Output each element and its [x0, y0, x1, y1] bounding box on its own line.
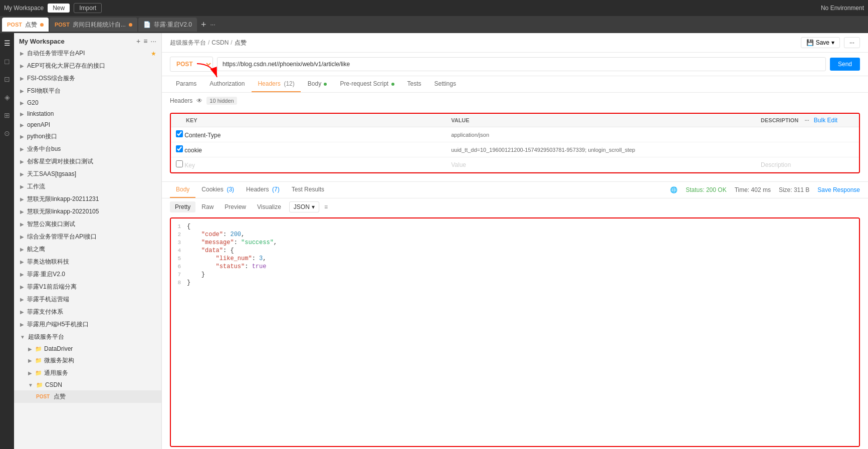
send-button[interactable]: Send — [830, 58, 860, 71]
import-button[interactable]: Import — [74, 3, 102, 13]
sidebar-item-feilu-v2[interactable]: ▶ 菲露·重启V2.0 — [14, 268, 161, 281]
sidebar-item-business[interactable]: ▶ 综合业务管理平台API接口 — [14, 231, 161, 243]
save-response-button[interactable]: Save Response — [817, 186, 860, 193]
more-button[interactable]: ··· — [844, 37, 860, 48]
sidebar-item-feilu-pay[interactable]: ▶ 菲露支付体系 — [14, 306, 161, 318]
line-number: 5 — [171, 255, 187, 262]
sidebar-item-bus[interactable]: ▶ 业务中台bus — [14, 143, 161, 155]
header-row-2-key-cell: cookie — [171, 142, 446, 157]
sidebar-item-auto-task[interactable]: ▶ 自动任务管理平台API ★ — [14, 47, 161, 60]
breadcrumb-part-1: 超级服务平台 — [170, 39, 206, 47]
tab-post-like[interactable]: POST 点赞 — [2, 18, 49, 32]
sidebar-item-hawk[interactable]: ▶ 航之鹰 — [14, 243, 161, 256]
sidebar-item-aep[interactable]: ▶ AEP可视化大屏已存在的接口 — [14, 60, 161, 72]
sidebar-item-python[interactable]: ▶ python接口 — [14, 130, 161, 143]
sidebar-item-datadriver[interactable]: ▶ 📁 DataDriver — [14, 343, 161, 354]
tab-post-energy[interactable]: POST 房间日耗能统计自... — [50, 18, 137, 32]
environment-selector[interactable]: No Environment — [821, 5, 864, 12]
sidebar-item-microservice[interactable]: ▶ 📁 微服务架构 — [14, 354, 161, 367]
json-body: 1 { 2 "code": 200, 3 "message": "success… — [171, 218, 859, 446]
sidebar-item-g20[interactable]: ▶ G20 — [14, 97, 161, 108]
sidebar-item-csdn[interactable]: ▼ 📁 CSDN — [14, 379, 161, 390]
add-collection-button[interactable]: + — [136, 37, 140, 45]
sidebar-item-huilink-1[interactable]: ▶ 慧联无限linkapp-20211231 — [14, 193, 161, 205]
sidebar-item-huilink-2[interactable]: ▶ 慧联无限linkapp-20220105 — [14, 205, 161, 218]
sidebar-item-common[interactable]: ▶ 📁 通用服务 — [14, 367, 161, 379]
resp-tab-body[interactable]: Body — [170, 182, 195, 198]
sidebar-item-linkstation[interactable]: ▶ linkstation — [14, 108, 161, 119]
sidebar-icon-history[interactable]: ⊙ — [1, 127, 13, 139]
sidebar-item-label: 菲奥达物联科技 — [27, 258, 69, 266]
sidebar-item-fsi-oss[interactable]: ▶ FSI-OSS综合服务 — [14, 72, 161, 85]
save-dropdown-icon[interactable]: ▾ — [831, 39, 834, 46]
resp-tab-body-label: Body — [176, 186, 189, 193]
sidebar-menu-button[interactable]: ≡ — [143, 37, 147, 45]
sidebar-item-like[interactable]: POST 点赞 — [14, 390, 161, 403]
tab-get-phoenix[interactable]: 📄 菲露·重启V2.0 — [138, 18, 197, 32]
folder-icon: 📁 — [35, 370, 42, 376]
header-row-2-checkbox[interactable] — [176, 145, 183, 152]
resp-tab-testresults[interactable]: Test Results — [286, 182, 330, 198]
json-content: "message": "success", — [187, 239, 277, 246]
new-button[interactable]: New — [48, 4, 70, 13]
sidebar-icon-servers[interactable]: ⊞ — [1, 109, 13, 121]
sidebar-item-feilu-h5[interactable]: ▶ 菲露用户端H5手机接口 — [14, 318, 161, 331]
chevron-right-icon: ▶ — [28, 370, 32, 376]
sidebar-item-feilu-v1[interactable]: ▶ 菲露V1前后端分离 — [14, 281, 161, 293]
sidebar-icon-monitors[interactable]: ◈ — [1, 91, 13, 103]
tab-prerequest[interactable]: Pre-request Script — [334, 76, 400, 92]
sidebar-icon-collection[interactable]: ☰ — [1, 37, 13, 49]
sidebar-icons: ☰ ◻ ⊡ ◈ ⊞ ⊙ — [0, 33, 14, 449]
json-line-3: 3 "message": "success", — [171, 239, 859, 247]
sidebar-item-label: 业务中台bus — [27, 145, 61, 153]
tab-body[interactable]: Body — [302, 76, 333, 92]
sidebar-item-apartment[interactable]: ▶ 智慧公寓接口测试 — [14, 218, 161, 231]
tab-tests-label: Tests — [407, 80, 421, 87]
header-row-2-desc-cell — [756, 142, 859, 157]
headers-more-button[interactable]: ··· — [804, 117, 809, 123]
fmt-tab-pretty[interactable]: Pretty — [170, 201, 195, 212]
fmt-tab-visualize[interactable]: Visualize — [252, 201, 286, 212]
url-input[interactable] — [217, 57, 826, 71]
folder-icon: 📁 — [35, 357, 42, 364]
wrap-icon[interactable]: ≡ — [324, 203, 328, 210]
prerequest-active-dot — [391, 83, 394, 86]
sidebar-item-feilu-mobile[interactable]: ▶ 菲露手机运营端 — [14, 293, 161, 306]
resp-tab-headers[interactable]: Headers (7) — [240, 182, 286, 198]
bulk-edit-button[interactable]: Bulk Edit — [814, 117, 837, 124]
header-row-1-key: Content-Type — [184, 132, 221, 139]
tab-label-1: 点赞 — [25, 21, 37, 29]
fmt-tab-raw[interactable]: Raw — [196, 201, 219, 212]
new-tab-button[interactable]: + — [198, 20, 209, 30]
sidebar-title: My Workspace — [19, 38, 65, 45]
tab-settings[interactable]: Settings — [428, 76, 462, 92]
json-line-8: 8 } — [171, 279, 859, 287]
sidebar-more-button[interactable]: ··· — [150, 37, 156, 45]
tab-headers[interactable]: Headers (12) — [252, 76, 300, 92]
sidebar-item-tiangong[interactable]: ▶ 天工SAAS[tgsaas] — [14, 168, 161, 180]
col-header-key: KEY — [171, 114, 446, 127]
chevron-right-icon: ▶ — [20, 51, 24, 56]
sidebar-item-workflow[interactable]: ▶ 工作流 — [14, 180, 161, 193]
sidebar-item-chuangke[interactable]: ▶ 创客星空调对接接口测试 — [14, 155, 161, 168]
tab-label-3: 菲露·重启V2.0 — [154, 21, 192, 29]
tab-method-2: POST — [55, 22, 70, 28]
fmt-tab-preview[interactable]: Preview — [220, 201, 251, 212]
save-button[interactable]: 💾 Save ▾ — [801, 37, 840, 48]
sidebar-icon-apis[interactable]: ◻ — [1, 55, 13, 67]
header-row-new-checkbox[interactable] — [176, 160, 183, 167]
resp-tab-cookies[interactable]: Cookies (3) — [195, 182, 240, 198]
col-header-value: VALUE — [446, 114, 756, 127]
fmt-pretty-label: Pretty — [175, 203, 190, 210]
tab-tests[interactable]: Tests — [401, 76, 427, 92]
format-dropdown[interactable]: JSON ▾ — [289, 201, 319, 212]
tabs-more-button[interactable]: ··· — [210, 21, 215, 28]
breadcrumb-sep-1: / — [208, 39, 209, 46]
sidebar-item-feiao[interactable]: ▶ 菲奥达物联科技 — [14, 256, 161, 268]
sidebar-icon-environments[interactable]: ⊡ — [1, 73, 13, 85]
header-row-new-desc-cell: Description — [756, 157, 859, 172]
header-row-1-checkbox[interactable] — [176, 130, 183, 137]
sidebar-item-super[interactable]: ▼ 超级服务平台 — [14, 331, 161, 343]
sidebar-item-openapi[interactable]: ▶ openAPI — [14, 119, 161, 130]
sidebar-item-fsi-iot[interactable]: ▶ FSI物联平台 — [14, 85, 161, 97]
